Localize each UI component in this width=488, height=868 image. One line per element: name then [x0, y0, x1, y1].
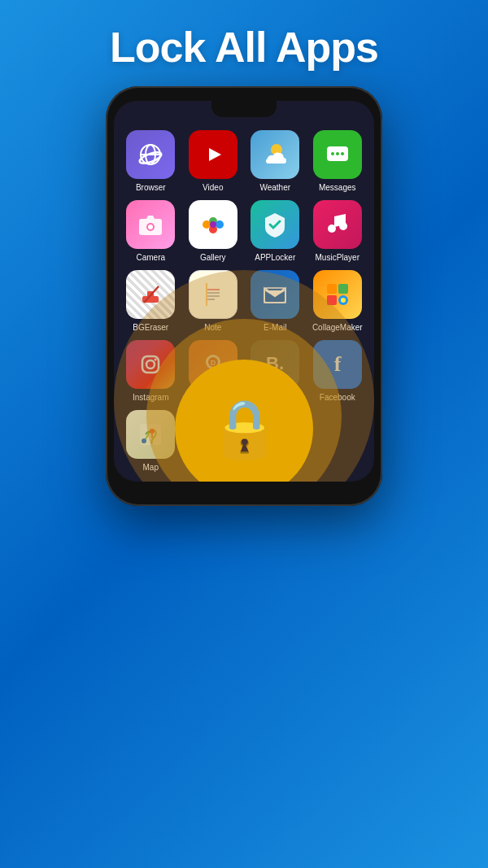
svg-point-17 [210, 221, 216, 228]
app-music[interactable]: MusicPlayer [311, 200, 365, 262]
svg-point-35 [341, 298, 346, 303]
svg-point-37 [146, 360, 155, 369]
svg-point-14 [216, 220, 224, 229]
app-instagram[interactable]: Instagram [124, 340, 178, 402]
svg-point-16 [203, 220, 211, 229]
app-camera[interactable]: Camera [124, 200, 178, 262]
svg-point-3 [138, 150, 163, 166]
svg-point-19 [339, 222, 347, 230]
svg-text:D: D [211, 359, 216, 367]
svg-marker-4 [209, 148, 221, 161]
svg-point-18 [328, 225, 336, 233]
svg-point-42 [208, 369, 218, 373]
app-bgeraser[interactable]: BGEraser [124, 270, 178, 332]
app-weather[interactable]: Weather [248, 130, 303, 192]
svg-point-50 [209, 430, 217, 438]
app-bold[interactable]: B. Bold [248, 340, 303, 402]
app-setting[interactable]: Setting [186, 410, 241, 472]
svg-point-8 [336, 152, 339, 155]
app-messages[interactable]: Messages [311, 130, 365, 192]
phone-screen: Browser Video Weather [114, 101, 374, 482]
svg-rect-33 [327, 295, 337, 305]
svg-point-12 [148, 225, 153, 229]
app-duckduckgo[interactable]: D DuckDuckGo [186, 340, 241, 402]
svg-point-7 [331, 152, 334, 155]
svg-rect-32 [338, 284, 348, 294]
app-map[interactable]: Map [124, 410, 178, 472]
app-video[interactable]: Video [186, 130, 241, 192]
svg-text:B.: B. [266, 353, 284, 373]
app-browser[interactable]: Browser [124, 130, 178, 192]
svg-point-38 [155, 359, 157, 361]
app-applocker[interactable]: APPLocker [248, 200, 303, 262]
svg-rect-31 [327, 284, 337, 294]
app-collage[interactable]: CollageMaker [311, 270, 365, 332]
phone-mockup: Browser Video Weather [106, 86, 382, 506]
page-title: Lock All Apps [0, 0, 488, 86]
svg-point-9 [341, 152, 344, 155]
notch [211, 101, 277, 117]
svg-point-46 [150, 429, 155, 434]
app-note[interactable]: Note [186, 270, 241, 332]
app-facebook[interactable]: f Facebook [311, 340, 365, 402]
app-gallery[interactable]: Gallery [186, 200, 241, 262]
svg-text:f: f [333, 352, 341, 376]
app-grid: Browser Video Weather [114, 124, 374, 482]
app-email[interactable]: E-Mail [248, 270, 303, 332]
